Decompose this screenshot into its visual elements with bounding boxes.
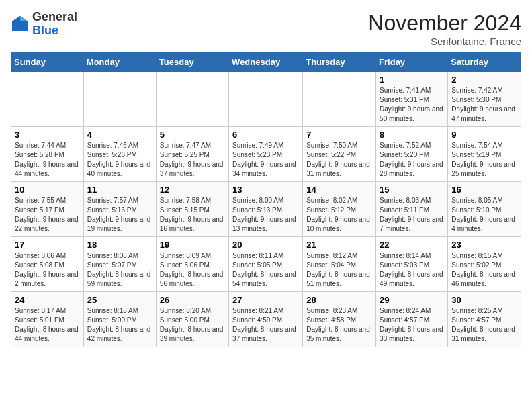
day-number: 11 xyxy=(87,185,152,195)
calendar-cell: 15Sunrise: 8:03 AM Sunset: 5:11 PM Dayli… xyxy=(376,182,448,237)
calendar-cell: 22Sunrise: 8:14 AM Sunset: 5:03 PM Dayli… xyxy=(376,237,448,292)
calendar-body: 1Sunrise: 7:41 AM Sunset: 5:31 PM Daylig… xyxy=(11,72,521,347)
logo-text: General Blue xyxy=(32,11,77,38)
calendar-cell: 8Sunrise: 7:52 AM Sunset: 5:20 PM Daylig… xyxy=(376,127,448,182)
day-number: 22 xyxy=(380,240,444,250)
day-info: Sunrise: 8:17 AM Sunset: 5:01 PM Dayligh… xyxy=(15,306,80,344)
weekday-header: Saturday xyxy=(448,53,521,72)
day-info: Sunrise: 8:06 AM Sunset: 5:08 PM Dayligh… xyxy=(15,251,80,289)
day-info: Sunrise: 7:55 AM Sunset: 5:17 PM Dayligh… xyxy=(15,196,80,234)
day-number: 14 xyxy=(306,185,372,195)
calendar-cell: 13Sunrise: 8:00 AM Sunset: 5:13 PM Dayli… xyxy=(229,182,303,237)
calendar-cell xyxy=(229,72,303,127)
calendar-cell: 27Sunrise: 8:21 AM Sunset: 4:59 PM Dayli… xyxy=(229,292,303,347)
day-number: 12 xyxy=(160,185,225,195)
day-number: 29 xyxy=(380,295,444,305)
day-number: 2 xyxy=(451,75,517,85)
month-title: November 2024 xyxy=(368,11,521,36)
calendar-cell xyxy=(303,72,376,127)
day-number: 8 xyxy=(380,130,444,140)
day-number: 9 xyxy=(451,130,517,140)
day-number: 16 xyxy=(451,185,517,195)
logo-general: General xyxy=(32,11,77,24)
day-number: 24 xyxy=(15,295,80,305)
day-info: Sunrise: 8:12 AM Sunset: 5:04 PM Dayligh… xyxy=(306,251,372,289)
day-info: Sunrise: 8:09 AM Sunset: 5:06 PM Dayligh… xyxy=(160,251,225,289)
day-number: 17 xyxy=(15,240,80,250)
day-info: Sunrise: 7:54 AM Sunset: 5:19 PM Dayligh… xyxy=(451,141,517,179)
calendar-week-row: 1Sunrise: 7:41 AM Sunset: 5:31 PM Daylig… xyxy=(11,72,521,127)
svg-marker-1 xyxy=(20,16,28,21)
day-info: Sunrise: 7:42 AM Sunset: 5:30 PM Dayligh… xyxy=(451,86,517,124)
weekday-header: Monday xyxy=(83,53,156,72)
calendar-cell: 25Sunrise: 8:18 AM Sunset: 5:00 PM Dayli… xyxy=(83,292,156,347)
calendar-cell: 19Sunrise: 8:09 AM Sunset: 5:06 PM Dayli… xyxy=(156,237,228,292)
day-info: Sunrise: 7:50 AM Sunset: 5:22 PM Dayligh… xyxy=(306,141,372,179)
logo-blue: Blue xyxy=(32,24,77,38)
day-number: 25 xyxy=(87,295,152,305)
day-info: Sunrise: 7:49 AM Sunset: 5:23 PM Dayligh… xyxy=(232,141,299,179)
day-info: Sunrise: 8:02 AM Sunset: 5:12 PM Dayligh… xyxy=(306,196,372,234)
calendar-cell: 29Sunrise: 8:24 AM Sunset: 4:57 PM Dayli… xyxy=(376,292,448,347)
calendar-cell: 10Sunrise: 7:55 AM Sunset: 5:17 PM Dayli… xyxy=(11,182,84,237)
day-info: Sunrise: 8:14 AM Sunset: 5:03 PM Dayligh… xyxy=(380,251,444,289)
day-number: 7 xyxy=(306,130,372,140)
day-info: Sunrise: 8:23 AM Sunset: 4:58 PM Dayligh… xyxy=(306,306,372,344)
day-info: Sunrise: 8:20 AM Sunset: 5:00 PM Dayligh… xyxy=(160,306,225,344)
day-number: 18 xyxy=(87,240,152,250)
day-info: Sunrise: 8:00 AM Sunset: 5:13 PM Dayligh… xyxy=(232,196,299,234)
day-number: 5 xyxy=(160,130,225,140)
calendar-table: SundayMondayTuesdayWednesdayThursdayFrid… xyxy=(11,52,521,347)
weekday-header: Tuesday xyxy=(156,53,228,72)
calendar-cell xyxy=(11,72,84,127)
day-number: 10 xyxy=(15,185,80,195)
day-info: Sunrise: 8:08 AM Sunset: 5:07 PM Dayligh… xyxy=(87,251,152,289)
location: Serifontaine, France xyxy=(368,36,521,47)
calendar-cell: 6Sunrise: 7:49 AM Sunset: 5:23 PM Daylig… xyxy=(229,127,303,182)
day-info: Sunrise: 8:21 AM Sunset: 4:59 PM Dayligh… xyxy=(232,306,299,344)
calendar-cell: 11Sunrise: 7:57 AM Sunset: 5:16 PM Dayli… xyxy=(83,182,156,237)
day-number: 23 xyxy=(451,240,517,250)
day-number: 30 xyxy=(451,295,517,305)
day-number: 3 xyxy=(15,130,80,140)
calendar-cell: 24Sunrise: 8:17 AM Sunset: 5:01 PM Dayli… xyxy=(11,292,84,347)
page-header: General Blue November 2024 Serifontaine,… xyxy=(11,11,521,47)
day-number: 4 xyxy=(87,130,152,140)
weekday-header: Friday xyxy=(376,53,448,72)
day-info: Sunrise: 8:18 AM Sunset: 5:00 PM Dayligh… xyxy=(87,306,152,344)
calendar-cell: 4Sunrise: 7:46 AM Sunset: 5:26 PM Daylig… xyxy=(83,127,156,182)
weekday-row: SundayMondayTuesdayWednesdayThursdayFrid… xyxy=(11,53,521,72)
day-number: 13 xyxy=(232,185,299,195)
day-info: Sunrise: 8:25 AM Sunset: 4:57 PM Dayligh… xyxy=(451,306,517,344)
day-info: Sunrise: 8:24 AM Sunset: 4:57 PM Dayligh… xyxy=(380,306,444,344)
day-info: Sunrise: 7:58 AM Sunset: 5:15 PM Dayligh… xyxy=(160,196,225,234)
day-info: Sunrise: 8:03 AM Sunset: 5:11 PM Dayligh… xyxy=(380,196,444,234)
calendar-week-row: 10Sunrise: 7:55 AM Sunset: 5:17 PM Dayli… xyxy=(11,182,521,237)
calendar-cell xyxy=(83,72,156,127)
weekday-header: Thursday xyxy=(303,53,376,72)
day-info: Sunrise: 7:46 AM Sunset: 5:26 PM Dayligh… xyxy=(87,141,152,179)
calendar-week-row: 24Sunrise: 8:17 AM Sunset: 5:01 PM Dayli… xyxy=(11,292,521,347)
calendar-cell: 17Sunrise: 8:06 AM Sunset: 5:08 PM Dayli… xyxy=(11,237,84,292)
day-info: Sunrise: 7:44 AM Sunset: 5:28 PM Dayligh… xyxy=(15,141,80,179)
calendar-cell: 20Sunrise: 8:11 AM Sunset: 5:05 PM Dayli… xyxy=(229,237,303,292)
day-info: Sunrise: 8:11 AM Sunset: 5:05 PM Dayligh… xyxy=(232,251,299,289)
calendar-cell: 23Sunrise: 8:15 AM Sunset: 5:02 PM Dayli… xyxy=(448,237,521,292)
calendar-cell: 12Sunrise: 7:58 AM Sunset: 5:15 PM Dayli… xyxy=(156,182,228,237)
calendar-cell: 5Sunrise: 7:47 AM Sunset: 5:25 PM Daylig… xyxy=(156,127,228,182)
logo: General Blue xyxy=(11,11,77,38)
calendar-week-row: 3Sunrise: 7:44 AM Sunset: 5:28 PM Daylig… xyxy=(11,127,521,182)
calendar-week-row: 17Sunrise: 8:06 AM Sunset: 5:08 PM Dayli… xyxy=(11,237,521,292)
calendar-cell: 21Sunrise: 8:12 AM Sunset: 5:04 PM Dayli… xyxy=(303,237,376,292)
calendar-cell: 3Sunrise: 7:44 AM Sunset: 5:28 PM Daylig… xyxy=(11,127,84,182)
day-number: 1 xyxy=(380,75,444,85)
day-info: Sunrise: 7:57 AM Sunset: 5:16 PM Dayligh… xyxy=(87,196,152,234)
calendar-cell: 26Sunrise: 8:20 AM Sunset: 5:00 PM Dayli… xyxy=(156,292,228,347)
day-info: Sunrise: 8:05 AM Sunset: 5:10 PM Dayligh… xyxy=(451,196,517,234)
weekday-header: Sunday xyxy=(11,53,84,72)
svg-marker-2 xyxy=(12,16,20,21)
day-number: 21 xyxy=(306,240,372,250)
day-info: Sunrise: 7:47 AM Sunset: 5:25 PM Dayligh… xyxy=(160,141,225,179)
calendar-cell: 14Sunrise: 8:02 AM Sunset: 5:12 PM Dayli… xyxy=(303,182,376,237)
calendar-cell: 18Sunrise: 8:08 AM Sunset: 5:07 PM Dayli… xyxy=(83,237,156,292)
